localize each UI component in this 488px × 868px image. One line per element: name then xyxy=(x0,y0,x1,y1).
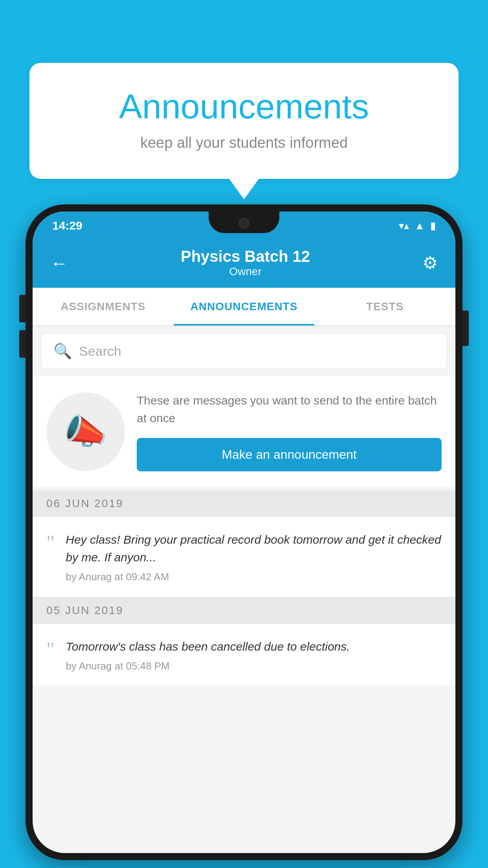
quote-icon-1: " xyxy=(46,533,55,553)
phone-notch xyxy=(209,211,279,233)
wifi-icon: ▾▴ xyxy=(399,220,409,232)
battery-icon: ▮ xyxy=(430,220,436,232)
app-bar-subtitle: Owner xyxy=(181,265,310,278)
announcement-content-1: Hey class! Bring your practical record b… xyxy=(66,531,442,583)
quote-icon-2: " xyxy=(46,640,55,660)
make-announcement-button[interactable]: Make an announcement xyxy=(137,438,442,471)
settings-icon[interactable]: ⚙ xyxy=(422,253,438,273)
phone-frame: 14:29 ▾▴ ▲ ▮ ← Physics Batch 12 Owner ⚙ xyxy=(26,204,462,860)
cta-description: These are messages you want to send to t… xyxy=(137,392,442,427)
search-bar[interactable]: 🔍 Search xyxy=(41,333,447,369)
volume-up-button[interactable] xyxy=(19,295,26,322)
announcement-text-2: Tomorrow's class has been cancelled due … xyxy=(66,638,442,655)
announcement-content-2: Tomorrow's class has been cancelled due … xyxy=(66,638,442,672)
status-icons: ▾▴ ▲ ▮ xyxy=(399,220,436,232)
signal-icon: ▲ xyxy=(415,220,425,232)
megaphone-icon: 📣 xyxy=(64,411,108,452)
announcement-meta-2: by Anurag at 05:48 PM xyxy=(66,660,442,672)
date-separator-1: 06 JUN 2019 xyxy=(33,490,455,517)
tabs-bar: ASSIGNMENTS ANNOUNCEMENTS TESTS xyxy=(33,288,455,326)
announcement-text-1: Hey class! Bring your practical record b… xyxy=(66,531,442,566)
app-bar: ← Physics Batch 12 Owner ⚙ xyxy=(33,240,455,288)
search-placeholder: Search xyxy=(79,344,121,359)
tab-announcements[interactable]: ANNOUNCEMENTS xyxy=(174,288,315,326)
date-separator-2: 05 JUN 2019 xyxy=(33,597,455,624)
speech-bubble: Announcements keep all your students inf… xyxy=(29,63,459,179)
back-button[interactable]: ← xyxy=(50,252,68,274)
search-icon: 🔍 xyxy=(53,342,72,360)
content-area: 🔍 Search 📣 These are messages you want t… xyxy=(33,326,455,686)
announcement-meta-1: by Anurag at 09:42 AM xyxy=(66,571,442,583)
speech-bubble-title: Announcements xyxy=(61,86,427,127)
announcement-item-2[interactable]: " Tomorrow's class has been cancelled du… xyxy=(33,624,455,686)
app-bar-center: Physics Batch 12 Owner xyxy=(181,248,310,278)
phone-container: 14:29 ▾▴ ▲ ▮ ← Physics Batch 12 Owner ⚙ xyxy=(26,204,462,860)
app-bar-title: Physics Batch 12 xyxy=(181,248,310,265)
status-time: 14:29 xyxy=(52,219,83,232)
announcement-item-1[interactable]: " Hey class! Bring your practical record… xyxy=(33,517,455,597)
tab-tests[interactable]: TESTS xyxy=(314,288,455,326)
announcement-icon-circle: 📣 xyxy=(46,392,125,471)
cta-right: These are messages you want to send to t… xyxy=(137,392,442,471)
speech-bubble-container: Announcements keep all your students inf… xyxy=(29,63,459,179)
cta-section: 📣 These are messages you want to send to… xyxy=(33,376,455,487)
tab-assignments[interactable]: ASSIGNMENTS xyxy=(33,288,174,326)
front-camera xyxy=(238,218,250,229)
power-button[interactable] xyxy=(462,311,469,346)
volume-down-button[interactable] xyxy=(19,330,26,358)
phone-screen: 14:29 ▾▴ ▲ ▮ ← Physics Batch 12 Owner ⚙ xyxy=(33,211,455,853)
speech-bubble-subtitle: keep all your students informed xyxy=(61,134,427,151)
